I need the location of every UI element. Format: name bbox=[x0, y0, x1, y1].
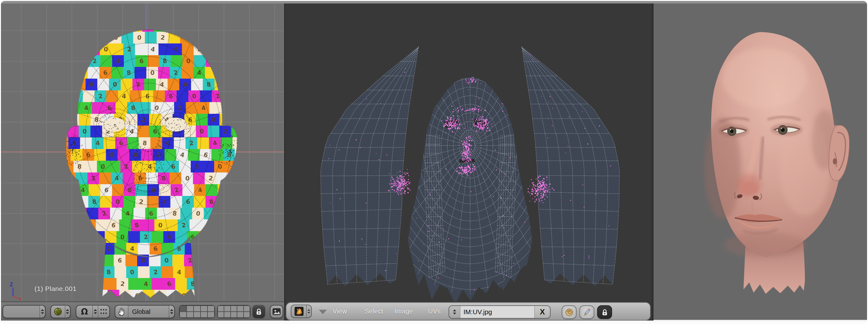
image-editor-icon bbox=[294, 306, 304, 316]
layer-buttons-group-2[interactable] bbox=[217, 305, 251, 318]
editor-type-stepper[interactable] bbox=[306, 305, 311, 317]
uv-editor-header: View Select Image UVs X bbox=[286, 302, 651, 321]
unlink-image-button[interactable]: X bbox=[534, 306, 550, 318]
3d-viewport-canvas[interactable] bbox=[1, 3, 284, 301]
axis-z-label: Z bbox=[10, 282, 13, 287]
top-edge-strip bbox=[1, 1, 867, 3]
dots-grid-icon bbox=[100, 308, 107, 315]
pivot-omega-icon: Ω bbox=[81, 307, 88, 316]
manipulator-hand-button[interactable] bbox=[115, 305, 128, 318]
3d-viewport-panel: Z x (1) Plane.001 bbox=[1, 3, 284, 321]
axis-x-label: x bbox=[19, 296, 22, 301]
draw-mode-stepper[interactable] bbox=[65, 305, 70, 318]
update-lock-button[interactable] bbox=[597, 305, 612, 319]
3d-viewport-header: Ω bbox=[1, 301, 284, 321]
layer-buttons-group-1[interactable] bbox=[179, 305, 215, 318]
orientation-stepper[interactable] bbox=[169, 305, 174, 318]
image-name-input[interactable] bbox=[460, 306, 534, 318]
editor-type-dropdown[interactable] bbox=[291, 305, 312, 318]
hand-icon bbox=[118, 307, 126, 316]
x-icon: X bbox=[540, 307, 545, 316]
axis-x-line bbox=[13, 296, 18, 298]
render-preview-button[interactable] bbox=[270, 305, 283, 318]
menu-image[interactable]: Image bbox=[394, 303, 413, 320]
render-preview-panel bbox=[654, 3, 867, 320]
image-datablock-stepper[interactable] bbox=[449, 306, 460, 318]
ear bbox=[829, 125, 849, 181]
pivot-dropdown[interactable]: Ω bbox=[76, 305, 93, 318]
pencil-button[interactable] bbox=[580, 305, 594, 319]
mode-dropdown[interactable] bbox=[3, 305, 45, 318]
orientation-value: Global bbox=[128, 308, 169, 316]
mode-dropdown-value bbox=[3, 305, 40, 318]
menu-uvs[interactable]: UVs bbox=[428, 303, 441, 320]
menu-view[interactable]: View bbox=[333, 303, 347, 320]
mode-dropdown-stepper[interactable] bbox=[40, 305, 45, 318]
pivot-group: Ω bbox=[76, 305, 110, 318]
header-collapse-icon[interactable] bbox=[319, 310, 327, 315]
active-object-info: (1) Plane.001 bbox=[34, 285, 77, 293]
uv-editor-canvas[interactable] bbox=[285, 3, 652, 301]
bottom-edge-strip bbox=[1, 321, 867, 324]
pack-image-icon bbox=[564, 307, 574, 317]
uv-image-editor-panel: View Select Image UVs X bbox=[284, 3, 652, 321]
layer-cell-active[interactable] bbox=[180, 305, 187, 312]
pencil-icon bbox=[582, 307, 592, 317]
lock-toggle-button[interactable] bbox=[252, 305, 265, 318]
orientation-group: Global bbox=[115, 305, 175, 318]
manipulator-button[interactable] bbox=[98, 305, 109, 318]
pack-image-button[interactable] bbox=[562, 305, 577, 319]
pivot-stepper[interactable] bbox=[93, 305, 98, 318]
draw-mode-dropdown[interactable] bbox=[50, 305, 71, 318]
blender-window: Z x (1) Plane.001 bbox=[1, 1, 867, 324]
image-datablock: X bbox=[448, 305, 551, 319]
orientation-dropdown[interactable]: Global bbox=[128, 305, 169, 318]
padlock-icon bbox=[601, 308, 609, 316]
shaded-sphere-icon bbox=[54, 307, 62, 316]
menu-select[interactable]: Select bbox=[365, 303, 383, 320]
view-axis-gizmo: Z x bbox=[7, 282, 23, 301]
padlock-icon bbox=[255, 307, 263, 316]
rendered-head bbox=[654, 3, 867, 320]
image-icon bbox=[273, 308, 281, 315]
